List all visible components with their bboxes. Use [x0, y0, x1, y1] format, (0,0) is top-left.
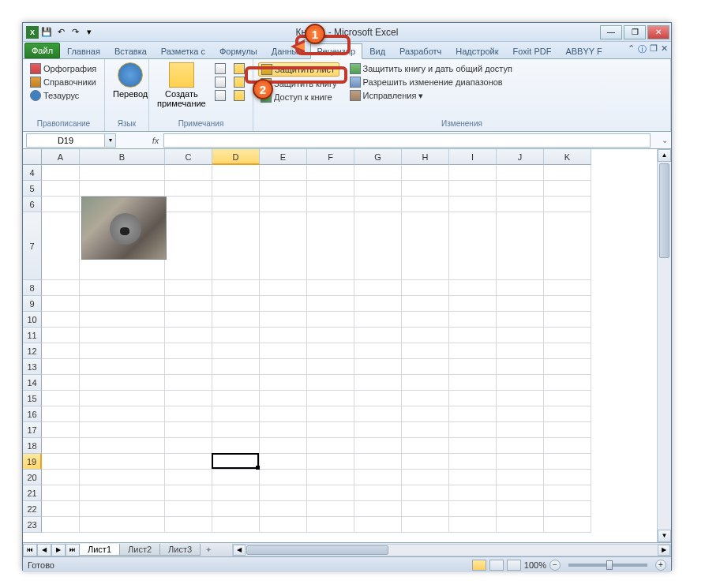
cell-K10[interactable] — [544, 312, 591, 328]
cell-K13[interactable] — [544, 359, 591, 375]
cell-J6[interactable] — [497, 197, 544, 212]
cell-J11[interactable] — [497, 328, 544, 343]
cell-C9[interactable] — [165, 296, 212, 312]
cell-K19[interactable] — [544, 454, 591, 470]
cell-D23[interactable] — [212, 517, 260, 533]
cell-C13[interactable] — [165, 359, 212, 375]
maximize-button[interactable]: ❐ — [624, 25, 646, 39]
tab-review[interactable]: Рецензир — [310, 43, 363, 59]
cell-I15[interactable] — [449, 391, 497, 406]
hscroll-thumb[interactable] — [246, 545, 388, 555]
row-header-18[interactable]: 18 — [23, 438, 42, 454]
cell-B4[interactable] — [80, 165, 165, 181]
sheet-nav-first[interactable]: ⏮ — [23, 544, 37, 556]
cell-E13[interactable] — [260, 359, 307, 375]
cell-G15[interactable] — [354, 391, 402, 406]
close-button[interactable]: ✕ — [647, 25, 669, 39]
cell-K16[interactable] — [544, 406, 591, 422]
column-header-D[interactable]: D — [212, 149, 260, 165]
cell-J14[interactable] — [497, 375, 544, 391]
cell-G12[interactable] — [354, 343, 402, 359]
cell-H17[interactable] — [402, 422, 449, 438]
cell-D8[interactable] — [212, 280, 260, 296]
cell-B17[interactable] — [80, 422, 165, 438]
cell-E21[interactable] — [260, 485, 307, 501]
cell-K5[interactable] — [544, 181, 591, 197]
select-all-button[interactable] — [23, 149, 42, 165]
cell-E4[interactable] — [260, 165, 307, 181]
cell-C7[interactable] — [165, 212, 212, 280]
help-icon[interactable]: ⓘ — [638, 43, 647, 55]
cell-B22[interactable] — [80, 501, 165, 517]
cell-H14[interactable] — [402, 375, 449, 391]
cell-H10[interactable] — [402, 312, 449, 328]
row-header-20[interactable]: 20 — [23, 470, 42, 485]
column-header-B[interactable]: B — [80, 149, 165, 165]
cell-D13[interactable] — [212, 359, 260, 375]
cell-K20[interactable] — [544, 470, 591, 485]
cell-G11[interactable] — [354, 328, 402, 343]
cell-F11[interactable] — [307, 328, 354, 343]
sheet-nav-last[interactable]: ⏭ — [66, 544, 80, 556]
cell-K21[interactable] — [544, 485, 591, 501]
row-header-13[interactable]: 13 — [23, 359, 42, 375]
cell-I20[interactable] — [449, 470, 497, 485]
cell-I4[interactable] — [449, 165, 497, 181]
cell-D20[interactable] — [212, 470, 260, 485]
cell-H9[interactable] — [402, 296, 449, 312]
cell-G23[interactable] — [354, 517, 402, 533]
allow-ranges-button[interactable]: Разрешить изменение диапазонов — [347, 76, 515, 88]
cell-G14[interactable] — [354, 375, 402, 391]
cell-H5[interactable] — [402, 181, 449, 197]
cell-B18[interactable] — [80, 438, 165, 454]
cell-F16[interactable] — [307, 406, 354, 422]
show-comment-button[interactable] — [231, 62, 247, 75]
cell-J8[interactable] — [497, 280, 544, 296]
cell-D9[interactable] — [212, 296, 260, 312]
cell-E9[interactable] — [260, 296, 307, 312]
cell-K6[interactable] — [544, 197, 591, 212]
cell-J22[interactable] — [497, 501, 544, 517]
row-header-5[interactable]: 5 — [23, 181, 42, 197]
cell-C19[interactable] — [165, 454, 212, 470]
cell-A20[interactable] — [42, 470, 80, 485]
cell-C8[interactable] — [165, 280, 212, 296]
row-header-11[interactable]: 11 — [23, 328, 42, 343]
tab-layout[interactable]: Разметка с — [154, 43, 212, 58]
vscroll-thumb[interactable] — [659, 163, 669, 258]
cells[interactable] — [42, 165, 657, 542]
cell-G7[interactable] — [354, 212, 402, 280]
cell-B10[interactable] — [80, 312, 165, 328]
cell-J20[interactable] — [497, 470, 544, 485]
translate-button[interactable]: Перевод — [108, 61, 152, 100]
tab-home[interactable]: Главная — [60, 43, 107, 58]
cell-J15[interactable] — [497, 391, 544, 406]
cell-C15[interactable] — [165, 391, 212, 406]
cell-F20[interactable] — [307, 470, 354, 485]
cell-A9[interactable] — [42, 296, 80, 312]
cell-C22[interactable] — [165, 501, 212, 517]
cell-I17[interactable] — [449, 422, 497, 438]
cell-E14[interactable] — [260, 375, 307, 391]
cell-H11[interactable] — [402, 328, 449, 343]
column-header-E[interactable]: E — [260, 149, 307, 165]
tab-formulas[interactable]: Формулы — [212, 43, 264, 58]
embedded-image-koala[interactable] — [81, 197, 167, 260]
cell-H7[interactable] — [402, 212, 449, 280]
cell-H18[interactable] — [402, 438, 449, 454]
cell-F7[interactable] — [307, 212, 354, 280]
column-header-J[interactable]: J — [497, 149, 544, 165]
cell-D15[interactable] — [212, 391, 260, 406]
cell-D7[interactable] — [212, 212, 260, 280]
cell-A21[interactable] — [42, 485, 80, 501]
track-changes-button[interactable]: Исправления ▾ — [347, 89, 515, 102]
column-header-K[interactable]: K — [544, 149, 591, 165]
cell-F14[interactable] — [307, 375, 354, 391]
cell-J17[interactable] — [497, 422, 544, 438]
cell-J10[interactable] — [497, 312, 544, 328]
row-header-10[interactable]: 10 — [23, 312, 42, 328]
cell-H21[interactable] — [402, 485, 449, 501]
cell-I7[interactable] — [449, 212, 497, 280]
cell-A19[interactable] — [42, 454, 80, 470]
tab-data[interactable]: Данные — [264, 43, 310, 58]
